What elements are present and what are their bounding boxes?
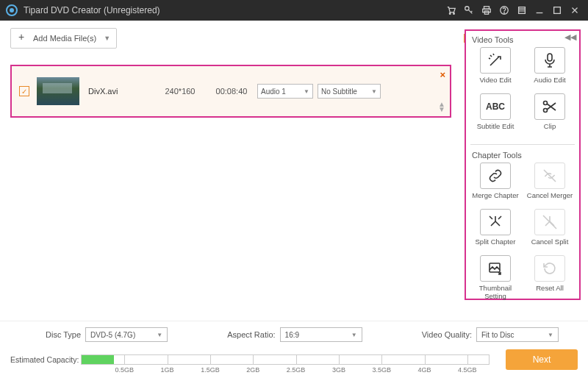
dropdown-caret-icon: ▼ [104,35,110,42]
file-resolution: 240*160 [154,87,206,96]
subtitle-select[interactable]: No Subtitle ▼ [318,84,381,99]
split-icon [487,213,504,231]
scissors-icon [541,98,559,115]
estimated-capacity-label: Estimated Capacity: [10,355,81,364]
capacity-tick [124,354,125,365]
capacity-tick [168,354,168,365]
bottom-bar: Disc Type DVD-5 (4.7G) ▼ Aspect Ratio: 1… [0,321,588,378]
capacity-tick-label: 4GB [418,366,431,374]
close-icon[interactable] [567,3,582,18]
svg-point-0 [449,13,451,15]
remove-file-button[interactable]: × [440,69,445,80]
clip-label: Clip [544,122,556,138]
subtitle-edit-label: Subtitle Edit [477,122,514,138]
reset-all-button[interactable] [534,255,565,282]
app-title: Tipard DVD Creator (Unregistered) [24,5,160,15]
split-chapter-button[interactable] [480,209,511,235]
capacity-tick-label: 1.5GB [201,366,220,374]
capacity-tick-label: 2.5GB [287,366,306,374]
caret-icon: ▼ [304,88,309,95]
merge-chapter-button[interactable] [480,163,511,189]
video-edit-label: Video Edit [479,76,511,92]
video-edit-button[interactable] [480,47,511,74]
capacity-tick [253,354,254,365]
capacity-tick-label: 1GB [161,366,174,374]
thumbnail-setting-button[interactable] [480,255,511,282]
capacity-tick [210,354,211,365]
svg-rect-9 [554,7,561,14]
link-icon [487,167,504,185]
add-media-label: Add Media File(s) [33,34,96,43]
subtitle-value: No Subtitle [321,88,357,96]
svg-rect-8 [519,7,526,14]
capacity-tick [339,354,340,365]
audio-value: Audio 1 [261,88,286,96]
capacity-tick [425,354,426,365]
capacity-tick-label: 3GB [332,366,345,374]
aspect-ratio-label: Aspect Ratio: [227,330,275,339]
reset-all-label: Reset All [536,284,564,300]
caret-icon: ▼ [351,332,357,338]
video-thumbnail [37,77,79,105]
thumbnail-setting-label: Thumbnail Setting [479,284,512,300]
cancel-split-button[interactable] [534,209,565,235]
clip-button[interactable] [534,93,565,120]
wand-icon [487,51,504,69]
merge-chapter-label: Merge Chapter [472,191,518,207]
file-duration: 00:08:40 [206,87,257,96]
row-checkbox[interactable]: ✓ [19,86,29,96]
side-panel: ◀◀ Video Tools Video Edit Audio Edit ABC… [465,29,581,300]
chapter-tools-title: Chapter Tools [466,146,579,163]
audio-edit-button[interactable] [534,47,565,74]
title-bar: Tipard DVD Creator (Unregistered) [0,0,588,21]
add-media-button[interactable]: Add Media File(s) ▼ [10,28,117,49]
collapse-panel-icon[interactable]: ◀◀ [564,32,576,42]
audio-edit-label: Audio Edit [534,76,565,92]
svg-point-7 [504,13,505,13]
cancel-split-label: Cancel Split [531,238,569,254]
cart-icon[interactable] [444,3,459,18]
help-icon[interactable] [497,3,512,18]
caret-icon: ▼ [548,332,553,338]
next-button[interactable]: Next [506,349,578,370]
reorder-handle[interactable]: ▲▼ [438,101,445,112]
app-logo-icon [6,4,18,16]
svg-rect-10 [548,54,552,61]
capacity-bar: 0.5GB1GB1.5GB2GB2.5GB3GB3.5GB4GB4.5GB [81,354,490,365]
aspect-ratio-select[interactable]: 16:9 ▼ [280,327,362,342]
capacity-tick-label: 4.5GB [458,366,477,374]
cancel-merger-label: Cancel Merger [527,191,573,207]
file-name: DivX.avi [88,87,154,96]
caret-icon: ▼ [157,332,162,338]
file-list: ✓ DivX.avi 240*160 00:08:40 Audio 1 ▼ No… [10,65,451,118]
capacity-tick [296,354,297,365]
key-icon[interactable] [462,3,476,18]
print-icon[interactable] [479,3,494,18]
video-quality-label: Video Quality: [422,330,472,339]
cancel-split-icon [541,213,559,231]
svg-point-1 [453,13,455,15]
menu-icon[interactable] [514,3,529,18]
capacity-tick-label: 3.5GB [372,366,391,374]
capacity-tick-label: 2GB [246,366,259,374]
aspect-ratio-value: 16:9 [285,331,299,339]
minimize-icon[interactable] [532,3,547,18]
video-quality-value: Fit to Disc [481,331,514,339]
caret-icon: ▼ [371,88,377,95]
add-file-icon [17,32,29,44]
maximize-icon[interactable] [550,3,564,18]
subtitle-edit-button[interactable]: ABC [480,93,511,120]
capacity-tick [467,354,468,365]
capacity-tick [381,354,382,365]
unlink-icon [541,167,559,185]
main-content: Add Media File(s) ▼ Check All ✖ Power To… [0,21,588,321]
file-row[interactable]: ✓ DivX.avi 240*160 00:08:40 Audio 1 ▼ No… [12,66,450,116]
capacity-tick-label: 0.5GB [115,366,135,374]
video-quality-select[interactable]: Fit to Disc ▼ [476,327,559,342]
cancel-merger-button[interactable] [534,163,565,189]
disc-type-value: DVD-5 (4.7G) [90,331,135,339]
disc-type-select[interactable]: DVD-5 (4.7G) ▼ [85,327,168,342]
microphone-icon [541,51,559,69]
image-arrow-icon [487,260,504,277]
audio-select[interactable]: Audio 1 ▼ [257,84,313,99]
